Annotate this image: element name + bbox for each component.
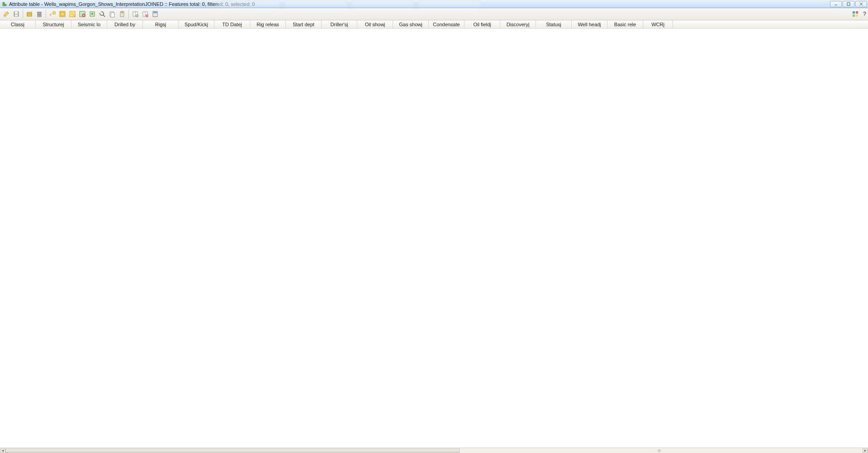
help-button[interactable]: ? [863, 11, 866, 17]
delete-column-icon[interactable] [141, 10, 150, 19]
column-header[interactable]: Driller'sj [322, 20, 357, 28]
svg-rect-1 [847, 3, 850, 5]
maximize-button[interactable] [843, 1, 854, 7]
column-header[interactable]: Seismic lo [71, 20, 107, 28]
svg-rect-42 [153, 12, 157, 13]
copy-selected-icon[interactable] [108, 10, 117, 19]
svg-rect-31 [121, 11, 123, 13]
svg-rect-45 [156, 14, 157, 14]
column-header[interactable]: Discoveryj [500, 20, 536, 28]
svg-rect-11 [37, 12, 42, 13]
svg-rect-44 [155, 14, 156, 14]
column-header[interactable]: TD Datej [214, 20, 250, 28]
pan-to-selected-icon[interactable] [98, 10, 107, 19]
horizontal-scrollbar[interactable]: ◄ ► [0, 448, 868, 453]
invert-selection-icon[interactable] [68, 10, 77, 19]
column-header[interactable]: WCRj [643, 20, 673, 28]
minimize-button[interactable] [830, 1, 842, 7]
column-header[interactable]: Structurej [36, 20, 71, 28]
column-header[interactable]: Start dept [286, 20, 322, 28]
column-header[interactable]: Condensate [429, 20, 465, 28]
toolbar-separator [128, 10, 129, 19]
svg-rect-51 [853, 14, 855, 17]
column-header[interactable]: Gas showj [393, 20, 429, 28]
delete-features-icon[interactable] [35, 10, 44, 19]
field-calculator-icon[interactable] [151, 10, 160, 19]
toolbar: ε ? [0, 8, 868, 20]
column-header[interactable]: Classj [0, 20, 36, 28]
svg-rect-43 [153, 14, 154, 14]
titlebar: Attribute table - Wells_wapims_Gorgon_Sh… [0, 0, 868, 8]
svg-rect-49 [853, 11, 855, 14]
scroll-thumb[interactable] [5, 448, 460, 453]
svg-rect-50 [856, 11, 858, 14]
toggle-editing-icon[interactable] [2, 10, 11, 19]
svg-rect-6 [15, 14, 18, 16]
svg-rect-27 [100, 12, 102, 14]
column-header[interactable]: Spud/Kickj [179, 20, 214, 28]
svg-rect-47 [155, 15, 156, 16]
move-selection-to-top-icon[interactable] [88, 10, 97, 19]
dock-attribute-table-icon[interactable] [851, 10, 860, 19]
paste-features-icon[interactable] [118, 10, 127, 19]
scroll-right-arrow[interactable]: ► [863, 448, 868, 453]
save-edits-icon[interactable] [12, 10, 21, 19]
svg-rect-16 [53, 12, 55, 14]
column-header[interactable]: Oil showj [357, 20, 393, 28]
column-header[interactable]: Well headj [572, 20, 607, 28]
column-header-row: ClassjStructurejSeismic loDrilled byRigs… [0, 20, 868, 29]
svg-rect-52 [856, 14, 858, 17]
column-header[interactable]: Rigsj [143, 20, 179, 28]
qgis-app-icon [2, 1, 7, 7]
svg-rect-46 [153, 15, 154, 16]
column-header[interactable]: Statusj [536, 20, 572, 28]
svg-rect-29 [111, 13, 114, 17]
svg-rect-5 [15, 12, 18, 14]
select-by-expression-icon[interactable]: ε [48, 10, 57, 19]
toolbar-separator [46, 10, 46, 19]
table-body [0, 29, 868, 448]
column-header[interactable]: Oil fieldj [465, 20, 500, 28]
new-column-icon[interactable] [131, 10, 140, 19]
svg-rect-18 [61, 12, 64, 16]
column-header[interactable]: Basic rele [607, 20, 643, 28]
close-button[interactable] [855, 1, 867, 7]
delete-selected-icon[interactable] [25, 10, 34, 19]
svg-rect-48 [156, 15, 157, 16]
deselect-all-icon[interactable] [78, 10, 87, 19]
column-header[interactable]: Drilled by [107, 20, 143, 28]
svg-rect-9 [27, 15, 32, 16]
svg-text:ε: ε [50, 11, 52, 17]
scroll-left-arrow[interactable]: ◄ [0, 448, 5, 453]
background-blurred-tabs [217, 0, 481, 8]
column-header[interactable]: Rig releas [250, 20, 286, 28]
window-controls [830, 0, 867, 8]
select-all-icon[interactable] [58, 10, 67, 19]
toolbar-separator [23, 10, 23, 19]
scroll-track[interactable] [5, 448, 863, 453]
svg-line-26 [103, 15, 105, 17]
